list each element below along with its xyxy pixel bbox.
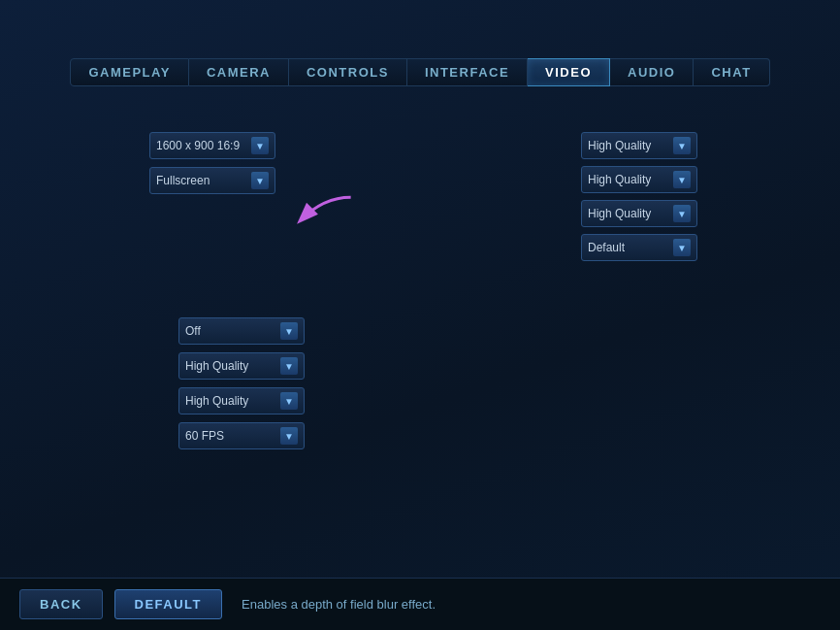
resolution-value: 1600 x 900 16:9 (156, 139, 247, 152)
anti-aliasing-dropdown[interactable]: Off ▼ (178, 317, 305, 345)
tab-audio[interactable]: AUDIO (610, 58, 694, 86)
render-detail-arrow: ▼ (280, 392, 298, 410)
fps-arrow: ▼ (280, 427, 298, 445)
effect-intensity-arrow: ▼ (673, 239, 691, 256)
background (0, 0, 840, 630)
bottom-hint: Enables a depth of field blur effect. (242, 597, 436, 612)
world-detail-arrow: ▼ (673, 171, 691, 188)
effect-intensity-dropdown[interactable]: Default ▼ (581, 234, 697, 261)
default-button[interactable]: DEFAULT (114, 589, 222, 619)
tab-controls[interactable]: CONTROLS (289, 58, 407, 86)
particle-detail-value: High Quality (588, 207, 669, 220)
anti-aliasing-value: Off (185, 324, 276, 338)
tab-video[interactable]: VIDEO (528, 58, 610, 86)
tabs-bar: GAMEPLAY CAMERA CONTROLS INTERFACE VIDEO… (0, 58, 840, 86)
display-mode-dropdown[interactable]: Fullscreen ▼ (149, 167, 275, 194)
fps-dropdown[interactable]: 60 FPS ▼ (178, 422, 305, 449)
tab-gameplay[interactable]: GAMEPLAY (70, 58, 188, 86)
back-button[interactable]: BACK (19, 589, 103, 619)
tab-interface[interactable]: INTERFACE (407, 58, 528, 86)
render-quality-arrow: ▼ (280, 357, 298, 375)
render-detail-value: High Quality (185, 394, 276, 408)
world-detail-dropdown[interactable]: High Quality ▼ (581, 166, 697, 193)
particle-detail-dropdown[interactable]: High Quality ▼ (581, 200, 697, 227)
texture-detail-dropdown[interactable]: High Quality ▼ (581, 132, 697, 159)
tab-chat[interactable]: CHAT (694, 58, 769, 86)
texture-detail-value: High Quality (588, 139, 669, 152)
render-quality-value: High Quality (185, 359, 276, 373)
effect-intensity-value: Default (588, 241, 669, 254)
resolution-arrow: ▼ (251, 137, 269, 154)
anti-aliasing-arrow: ▼ (280, 322, 298, 340)
texture-detail-arrow: ▼ (673, 137, 691, 154)
bottom-bar: BACK DEFAULT Enables a depth of field bl… (0, 578, 840, 630)
render-quality-dropdown[interactable]: High Quality ▼ (178, 352, 305, 380)
display-mode-value: Fullscreen (156, 174, 247, 187)
particle-detail-arrow: ▼ (673, 205, 691, 222)
world-detail-value: High Quality (588, 173, 669, 186)
tab-camera[interactable]: CAMERA (189, 58, 289, 86)
display-mode-arrow: ▼ (251, 172, 269, 189)
resolution-dropdown[interactable]: 1600 x 900 16:9 ▼ (149, 132, 275, 159)
render-detail-dropdown[interactable]: High Quality ▼ (178, 387, 305, 414)
fps-value: 60 FPS (185, 429, 276, 443)
